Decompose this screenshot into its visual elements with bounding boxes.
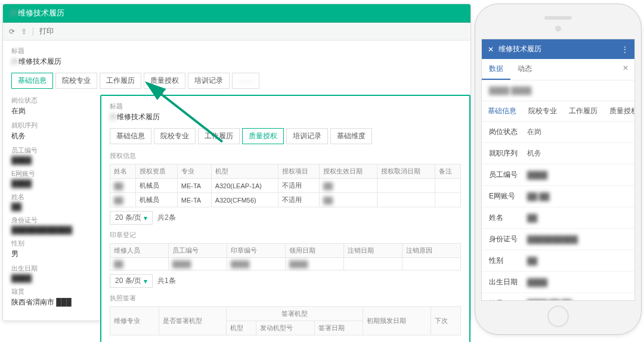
phone-field-list: 岗位状态在岗 就职序列机务 员工编号████ E网账号██ ██ 姓名██ 身份… xyxy=(482,122,634,301)
page-size-select[interactable]: 20 条/页 ▾ xyxy=(110,274,153,288)
cell: 机械员 xyxy=(135,179,177,193)
tab-education[interactable]: 院校专业 xyxy=(55,73,97,89)
cell: ██ xyxy=(110,258,169,271)
th: 机型 xyxy=(211,164,278,179)
field-value: 在岗 xyxy=(11,106,95,116)
detail-panel: 标题 的维修技术履历 基础信息 院校专业 工作履历 质量授权 培训记录 基础维度… xyxy=(100,95,470,342)
field-value: 机务 xyxy=(527,148,541,158)
list-item: 姓名██ xyxy=(482,207,634,229)
cell xyxy=(377,179,435,193)
pager-total: 共2条 xyxy=(157,213,176,223)
list-item: 身份证号██████████ xyxy=(482,229,634,250)
field-value: ████████████ xyxy=(11,226,95,234)
inner-tab-quality-auth[interactable]: 质量授权 xyxy=(603,101,634,121)
tab-more[interactable]: …… xyxy=(232,73,259,89)
app-title: 维修技术履历 xyxy=(499,44,541,54)
field-value: ████ xyxy=(11,274,95,282)
th: 维修人员 xyxy=(110,244,169,258)
cell: ████ xyxy=(286,258,344,271)
tab-activity[interactable]: 动态 xyxy=(510,59,539,80)
app-subtitle: ████ ████ xyxy=(482,80,634,101)
field-label: 出生日期 xyxy=(11,264,95,273)
field-value: ████ xyxy=(527,278,547,287)
inner-tab-basic-info[interactable]: 基础信息 xyxy=(482,101,522,121)
field-label: E网账号 xyxy=(11,169,95,178)
field-value: ██ xyxy=(527,257,537,265)
th: 机型 xyxy=(227,321,256,335)
tab-training[interactable]: 培训记录 xyxy=(286,128,328,144)
list-item: E网账号██ ██ xyxy=(482,186,634,207)
th: 初期颁发日期 xyxy=(363,307,431,335)
app-titlebar: ✕ 维修技术履历 ⋮ xyxy=(482,39,634,59)
tab-quality-auth[interactable]: 质量授权 xyxy=(242,128,284,144)
field-value: ████ xyxy=(11,179,95,188)
title-value-prefix: 的 xyxy=(11,57,18,66)
th: 维修专业 xyxy=(110,307,159,335)
th: 员工编号 xyxy=(169,244,227,258)
field-label: 就职序列 xyxy=(489,148,527,158)
field-value: ████ xyxy=(527,171,547,179)
cell: ME-TA xyxy=(177,179,211,193)
phone-camera xyxy=(555,26,561,32)
phone-screen: ✕ 维修技术履历 ⋮ 数据 动态 ✕ ████ ████ 基础信息 院校专业 工… xyxy=(481,39,635,301)
tab-training[interactable]: 培训记录 xyxy=(188,73,230,89)
cell: ██ xyxy=(320,193,377,207)
tab-basic-info[interactable]: 基础信息 xyxy=(11,73,53,89)
field-value: 陕西省渭南市 ███ xyxy=(11,297,95,307)
field-label: 性别 xyxy=(489,256,527,266)
list-item: 性别██ xyxy=(482,250,634,272)
share-icon[interactable]: ⇪ xyxy=(21,27,27,36)
th: 下次 xyxy=(431,307,460,335)
refresh-icon[interactable]: ⟳ xyxy=(9,27,15,36)
inner-tab-education[interactable]: 院校专业 xyxy=(522,101,563,121)
th: 签署机型 xyxy=(227,307,363,321)
window-toolbar: ⟳ ⇪ 打印 xyxy=(3,23,470,41)
list-item: 员工编号████ xyxy=(482,164,634,186)
tab-basic-dimension[interactable]: 基础维度 xyxy=(330,128,372,144)
cell xyxy=(402,258,461,271)
tab-data[interactable]: 数据 xyxy=(482,59,510,80)
th: 授权取消日期 xyxy=(377,164,435,179)
inner-tab-work-history[interactable]: 工作履历 xyxy=(563,101,603,121)
field-value: ██████████ xyxy=(527,235,578,244)
print-button[interactable]: 打印 xyxy=(39,26,54,36)
field-label: 出生日期 xyxy=(489,277,527,287)
th: 发动机型号 xyxy=(256,321,315,335)
window-title: 维修技术履历 xyxy=(18,8,64,17)
more-icon[interactable]: ⋮ xyxy=(621,45,628,54)
phone-home-button[interactable] xyxy=(547,306,569,327)
cell: A320(CFM56) xyxy=(211,193,278,207)
tab-education[interactable]: 院校专业 xyxy=(154,128,196,144)
cell: ██ xyxy=(110,193,136,207)
th: 是否签署机型 xyxy=(159,307,226,335)
table-row[interactable]: ██ 机械员 ME-TA A320(LEAP-1A) 不适用 ██ xyxy=(110,179,461,193)
title-label: 标题 xyxy=(11,46,462,55)
tab-quality-auth[interactable]: 质量授权 xyxy=(144,73,185,89)
th: 备注 xyxy=(435,164,461,179)
tab-work-history[interactable]: 工作履历 xyxy=(198,128,240,144)
tab-basic-info[interactable]: 基础信息 xyxy=(110,128,151,144)
close-icon[interactable]: ✕ xyxy=(488,45,494,54)
cell xyxy=(435,179,461,193)
field-label: 岗位状态 xyxy=(489,127,527,137)
field-label: 员工编号 xyxy=(11,146,95,155)
cell: A320(LEAP-1A) xyxy=(211,179,278,193)
field-label: 员工编号 xyxy=(489,170,527,180)
pager: 20 条/页 ▾ 共1条 xyxy=(110,274,461,288)
field-label: 性别 xyxy=(11,239,95,248)
table-row[interactable]: ██ 机械员 ME-TA A320(CFM56) 不适用 ██ xyxy=(110,193,461,207)
phone-mockup: ✕ 维修技术履历 ⋮ 数据 动态 ✕ ████ ████ 基础信息 院校专业 工… xyxy=(475,4,642,335)
field-label: 身份证号 xyxy=(489,234,527,244)
th: 授权生效日期 xyxy=(320,164,377,179)
list-item: 籍贯████ ██ ██ xyxy=(482,293,634,301)
field-value: ████ xyxy=(11,156,95,164)
table-row[interactable]: ██ ████ ████ ████ xyxy=(110,258,461,271)
window-titlebar: 的维修技术履历 xyxy=(3,4,470,23)
field-label: 姓名 xyxy=(11,192,95,201)
page-size-select[interactable]: 20 条/页 ▾ xyxy=(110,211,153,225)
app-top-tabs: 数据 动态 ✕ xyxy=(482,59,634,80)
app-inner-tabs[interactable]: 基础信息 院校专业 工作履历 质量授权 培 xyxy=(482,101,634,122)
tab-work-history[interactable]: 工作履历 xyxy=(100,73,141,89)
close-icon[interactable]: ✕ xyxy=(617,59,634,80)
cell: 不适用 xyxy=(278,179,320,193)
